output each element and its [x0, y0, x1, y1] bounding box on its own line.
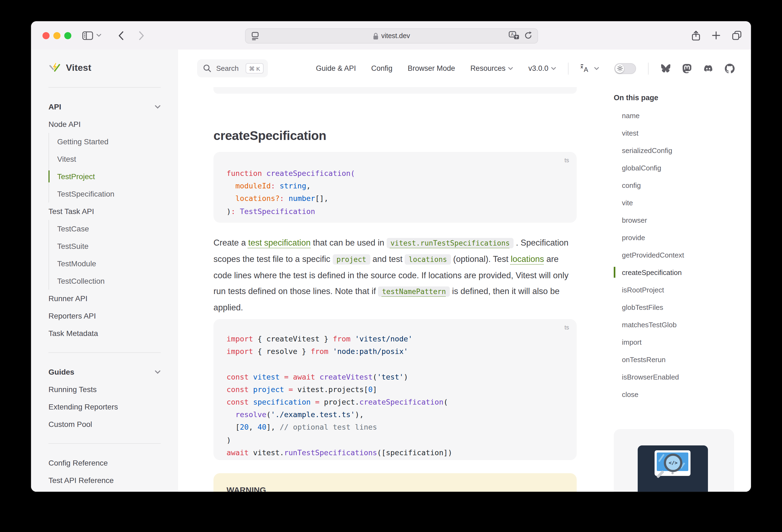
code-line: resolve('./example.test.ts'), — [226, 409, 564, 421]
sidebar-toggle-button[interactable] — [81, 29, 94, 42]
new-tab-button[interactable] — [710, 29, 723, 42]
github-icon[interactable] — [725, 64, 735, 73]
aside-item-isrootproject[interactable]: isRootProject — [622, 281, 734, 298]
url-text-wrap: vitest.dev — [246, 29, 537, 43]
chevron-down-icon — [96, 34, 101, 37]
sidebar-item-test-api-reference[interactable]: Test API Reference — [48, 471, 161, 489]
language-switcher[interactable]: x A — [580, 64, 599, 73]
theme-toggle[interactable] — [614, 63, 636, 74]
sidebar-item-custom-pool[interactable]: Custom Pool — [48, 416, 161, 433]
sidebar-section-guides[interactable]: Guides — [48, 363, 161, 381]
sidebar-item-node-api[interactable]: Node API — [48, 115, 161, 133]
desktop: vitest.dev A — [0, 0, 782, 532]
sidebar-label: Config Reference — [48, 459, 108, 467]
sidebar-section-api[interactable]: API — [48, 98, 161, 115]
sidebar-menu-chevron[interactable] — [94, 29, 103, 42]
doc-link[interactable]: locations — [511, 254, 544, 263]
vitest-logo-icon — [48, 62, 61, 74]
chevron-right-icon — [139, 31, 144, 40]
code-line — [226, 358, 564, 370]
discord-icon[interactable] — [703, 64, 713, 72]
sidebar-item-testmodule[interactable]: TestModule — [57, 255, 161, 272]
sidebar-item-testcase[interactable]: TestCase — [57, 220, 161, 238]
sidebar-label: Node API — [48, 120, 81, 129]
theme-toggle-knob — [615, 64, 624, 73]
aside-item-globalconfig[interactable]: globalConfig — [622, 159, 734, 176]
aside-item-serializedconfig[interactable]: serializedConfig — [622, 142, 734, 159]
doc-link[interactable]: test specification — [248, 238, 311, 247]
svg-text:A: A — [511, 32, 514, 37]
vitest-logo[interactable]: Vitest — [48, 61, 161, 75]
ad-card[interactable]: </> — [614, 429, 734, 492]
inline-code-link[interactable]: vitest.runTestSpecifications — [387, 238, 513, 248]
aside-item-getprovidedcontext[interactable]: getProvidedContext — [622, 246, 734, 263]
nav-guide-api[interactable]: Guide & API — [316, 64, 356, 72]
url-text: vitest.dev — [381, 32, 410, 40]
sidebar-item-task-metadata[interactable]: Task Metadata — [48, 324, 161, 342]
nav-browser-mode[interactable]: Browser Mode — [407, 64, 455, 72]
code-block-1: ts function createSpecification( moduleI… — [213, 152, 577, 223]
mastodon-icon[interactable] — [682, 64, 691, 73]
tab-overview-button[interactable] — [730, 29, 743, 42]
inline-code-link[interactable]: testNamePattern — [378, 286, 450, 297]
aside-item-globtestfiles[interactable]: globTestFiles — [622, 298, 734, 316]
search-button[interactable]: Search ⌘ K — [197, 59, 268, 77]
nav-config[interactable]: Config — [371, 64, 392, 72]
sidebar-item-testsuite[interactable]: TestSuite — [57, 238, 161, 255]
sidebar-divider — [48, 443, 161, 444]
code-lang-badge: ts — [564, 324, 569, 330]
aside-item-ontestsrerun[interactable]: onTestsRerun — [622, 351, 734, 368]
forward-button[interactable] — [135, 29, 148, 42]
plus-icon — [712, 31, 720, 40]
aside-item-import[interactable]: import — [622, 333, 734, 351]
sidebar-item-test-task-api[interactable]: Test Task API — [48, 203, 161, 220]
chevron-down-icon — [155, 370, 161, 374]
sidebar-item-testcollection[interactable]: TestCollection — [57, 272, 161, 290]
zoom-window-button[interactable] — [64, 32, 71, 39]
magnifier-handle — [656, 470, 664, 478]
code-line: moduleId: string, — [226, 180, 564, 192]
sidebar-item-vitest[interactable]: Vitest — [57, 150, 161, 168]
aside-item-matchestestglob[interactable]: matchesTestGlob — [622, 316, 734, 333]
magnifier-code-icon: </> — [664, 454, 682, 472]
sidebar-item-extending-reporters[interactable]: Extending Reporters — [48, 398, 161, 416]
sidebar-item-getting-started[interactable]: Getting Started — [57, 133, 161, 150]
share-button[interactable] — [689, 29, 703, 42]
bluesky-icon[interactable] — [661, 64, 671, 73]
sidebar-item-config-reference[interactable]: Config Reference — [48, 454, 161, 471]
aside-list: namevitestserializedConfigglobalConfigco… — [614, 107, 734, 403]
sidebar-item-runner-api[interactable]: Runner API — [48, 290, 161, 307]
translate-icon[interactable]: A — [509, 31, 520, 40]
sidebar-item-testspecification[interactable]: TestSpecification — [57, 185, 161, 203]
aside-item-createspecification[interactable]: createSpecification — [622, 263, 734, 281]
code-line: const vitest = await createVitest('test'… — [226, 370, 564, 383]
back-button[interactable] — [114, 29, 128, 42]
minimize-window-button[interactable] — [54, 32, 61, 39]
reload-icon[interactable] — [525, 31, 532, 40]
sidebar-item-reporters-api[interactable]: Reporters API — [48, 307, 161, 324]
aside-item-vitest[interactable]: vitest — [622, 124, 734, 142]
nav-resources[interactable]: Resources — [470, 64, 513, 72]
aside-item-browser[interactable]: browser — [622, 211, 734, 229]
aside-item-isbrowserenabled[interactable]: isBrowserEnabled — [622, 368, 734, 386]
nav-version[interactable]: v3.0.0 — [528, 64, 556, 72]
close-window-button[interactable] — [42, 32, 49, 39]
aside-item-close[interactable]: close — [622, 386, 734, 403]
code-lines-2: import { createVitest } from 'vitest/nod… — [213, 319, 577, 459]
sidebar-item-running-tests[interactable]: Running Tests — [48, 381, 161, 398]
sidebar-item-testproject[interactable]: TestProject — [57, 168, 161, 185]
translate-icon: x A — [580, 64, 592, 73]
top-nav: Guide & API Config Browser Mode Resource… — [316, 62, 735, 74]
search-kbd: ⌘ K — [246, 63, 263, 73]
code-line: locations?: number[], — [226, 192, 564, 205]
chevron-down-icon — [594, 67, 599, 70]
aside-item-vite[interactable]: vite — [622, 194, 734, 211]
chevron-down-icon — [551, 67, 556, 70]
address-bar[interactable]: vitest.dev A — [245, 28, 538, 43]
aside-item-config[interactable]: config — [622, 176, 734, 194]
site-header: Search ⌘ K Guide & API Config Browser Mo… — [178, 49, 751, 87]
aside-item-name[interactable]: name — [622, 107, 734, 124]
warning-title: WARNING — [226, 485, 564, 492]
social-links — [661, 64, 735, 73]
aside-item-provide[interactable]: provide — [622, 229, 734, 246]
